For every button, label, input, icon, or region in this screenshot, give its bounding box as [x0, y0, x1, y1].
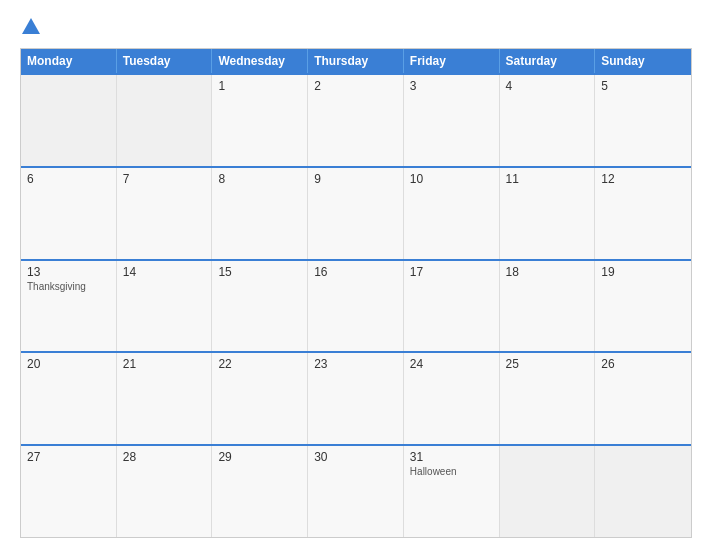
weekday-header: Tuesday [117, 49, 213, 73]
calendar-cell: 15 [212, 261, 308, 352]
calendar-week: 12345 [21, 73, 691, 166]
calendar-cell: 14 [117, 261, 213, 352]
calendar-cell: 21 [117, 353, 213, 444]
calendar-cell: 23 [308, 353, 404, 444]
day-number: 11 [506, 172, 589, 186]
calendar-cell: 27 [21, 446, 117, 537]
calendar-cell [21, 75, 117, 166]
calendar-cell: 2 [308, 75, 404, 166]
calendar-cell: 18 [500, 261, 596, 352]
logo-icon [20, 16, 42, 38]
day-number: 10 [410, 172, 493, 186]
svg-marker-0 [22, 18, 40, 34]
day-number: 16 [314, 265, 397, 279]
calendar-cell: 5 [595, 75, 691, 166]
weekday-header: Wednesday [212, 49, 308, 73]
day-number: 31 [410, 450, 493, 464]
day-number: 12 [601, 172, 685, 186]
day-number: 7 [123, 172, 206, 186]
calendar-cell: 12 [595, 168, 691, 259]
day-number: 22 [218, 357, 301, 371]
day-number: 29 [218, 450, 301, 464]
calendar-cell [595, 446, 691, 537]
day-number: 28 [123, 450, 206, 464]
day-number: 2 [314, 79, 397, 93]
calendar-cell [117, 75, 213, 166]
calendar-cell: 30 [308, 446, 404, 537]
calendar-cell: 20 [21, 353, 117, 444]
day-number: 25 [506, 357, 589, 371]
calendar-cell: 25 [500, 353, 596, 444]
day-number: 19 [601, 265, 685, 279]
day-number: 4 [506, 79, 589, 93]
day-number: 24 [410, 357, 493, 371]
page-header [20, 16, 692, 38]
day-number: 20 [27, 357, 110, 371]
day-number: 8 [218, 172, 301, 186]
calendar-cell: 28 [117, 446, 213, 537]
day-number: 14 [123, 265, 206, 279]
day-number: 26 [601, 357, 685, 371]
day-event: Thanksgiving [27, 281, 110, 292]
calendar-cell: 6 [21, 168, 117, 259]
day-number: 5 [601, 79, 685, 93]
calendar-page: MondayTuesdayWednesdayThursdayFridaySatu… [0, 0, 712, 550]
day-number: 3 [410, 79, 493, 93]
calendar-week: 6789101112 [21, 166, 691, 259]
calendar-cell: 29 [212, 446, 308, 537]
calendar-cell: 16 [308, 261, 404, 352]
calendar-cell: 11 [500, 168, 596, 259]
calendar-cell: 4 [500, 75, 596, 166]
weekday-header: Saturday [500, 49, 596, 73]
weekday-header: Friday [404, 49, 500, 73]
calendar-cell: 22 [212, 353, 308, 444]
weekday-header: Monday [21, 49, 117, 73]
calendar-cell: 31Halloween [404, 446, 500, 537]
day-number: 1 [218, 79, 301, 93]
calendar-cell: 24 [404, 353, 500, 444]
calendar-cell [500, 446, 596, 537]
calendar-header: MondayTuesdayWednesdayThursdayFridaySatu… [21, 49, 691, 73]
day-number: 18 [506, 265, 589, 279]
logo [20, 16, 46, 38]
calendar-cell: 3 [404, 75, 500, 166]
day-number: 13 [27, 265, 110, 279]
calendar-cell: 19 [595, 261, 691, 352]
calendar-cell: 26 [595, 353, 691, 444]
calendar-week: 20212223242526 [21, 351, 691, 444]
day-number: 21 [123, 357, 206, 371]
day-number: 23 [314, 357, 397, 371]
day-number: 17 [410, 265, 493, 279]
calendar-cell: 7 [117, 168, 213, 259]
day-number: 15 [218, 265, 301, 279]
calendar-cell: 13Thanksgiving [21, 261, 117, 352]
calendar-cell: 17 [404, 261, 500, 352]
calendar-cell: 8 [212, 168, 308, 259]
day-number: 30 [314, 450, 397, 464]
calendar-cell: 9 [308, 168, 404, 259]
day-number: 9 [314, 172, 397, 186]
weekday-header: Sunday [595, 49, 691, 73]
weekday-header: Thursday [308, 49, 404, 73]
calendar-cell: 10 [404, 168, 500, 259]
calendar-cell: 1 [212, 75, 308, 166]
calendar-week: 13Thanksgiving141516171819 [21, 259, 691, 352]
calendar-week: 2728293031Halloween [21, 444, 691, 537]
day-number: 27 [27, 450, 110, 464]
day-number: 6 [27, 172, 110, 186]
calendar-grid: MondayTuesdayWednesdayThursdayFridaySatu… [20, 48, 692, 538]
day-event: Halloween [410, 466, 493, 477]
calendar-body: 12345678910111213Thanksgiving14151617181… [21, 73, 691, 537]
